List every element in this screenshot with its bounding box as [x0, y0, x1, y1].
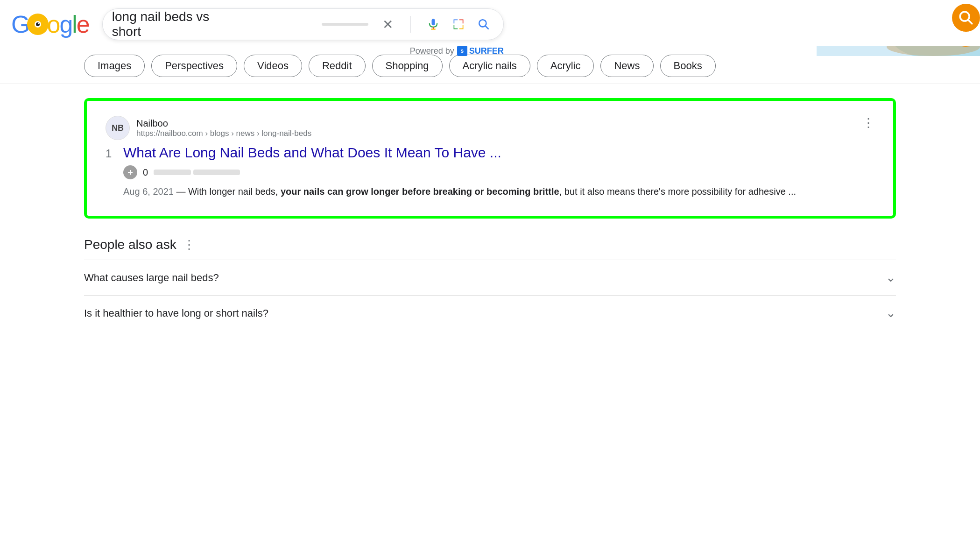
- tab-acrylic-nails[interactable]: Acrylic nails: [449, 55, 530, 77]
- svg-line-24: [485, 26, 488, 29]
- source-name: Nailboo: [136, 118, 311, 129]
- result-rating-icon: [123, 165, 137, 179]
- voice-search-button[interactable]: [423, 14, 444, 35]
- lens-icon: [452, 18, 465, 31]
- paa-chevron-2: ⌄: [886, 306, 896, 320]
- visual-search-button[interactable]: [448, 14, 469, 35]
- paa-header: People also ask ⋮: [84, 237, 896, 252]
- surfer-logo: s SURFER: [457, 46, 504, 56]
- search-query-text: long nail beds vs short: [112, 9, 212, 39]
- paa-more-options[interactable]: ⋮: [183, 238, 195, 252]
- search-box[interactable]: long nail beds vs short ✕: [102, 8, 504, 40]
- search-box-container: long nail beds vs short ✕: [102, 8, 504, 40]
- tab-images[interactable]: Images: [84, 55, 145, 77]
- paa-question-text-1: What causes large nail beds?: [84, 272, 219, 284]
- snippet-bold: your nails can grow longer before breaki…: [281, 186, 559, 197]
- search-submit-icon: [478, 18, 490, 30]
- snippet-rest: , but it also means there's more possibi…: [559, 186, 796, 197]
- tab-videos[interactable]: Videos: [244, 55, 302, 77]
- logo-letter-o: o: [47, 10, 59, 38]
- tab-shopping[interactable]: Shopping: [372, 55, 443, 77]
- paa-chevron-1: ⌄: [886, 270, 896, 285]
- paa-question-2[interactable]: Is it healthier to have long or short na…: [84, 295, 896, 331]
- result-title-link[interactable]: What Are Long Nail Beds and What Does It…: [123, 145, 501, 161]
- snippet-date: Aug 6, 2021: [123, 186, 174, 197]
- result-count: 0: [143, 167, 148, 178]
- paa-title: People also ask: [84, 237, 176, 252]
- result-bar-1: [154, 170, 191, 175]
- paa-question-text-2: Is it healthier to have long or short na…: [84, 307, 268, 319]
- svg-rect-20: [431, 19, 435, 25]
- tab-reddit[interactable]: Reddit: [309, 55, 366, 77]
- svg-point-19: [38, 23, 40, 24]
- more-options-button[interactable]: ⋮: [862, 116, 874, 130]
- tab-news[interactable]: News: [600, 55, 653, 77]
- main-content: NB Nailboo https://nailboo.com › blogs ›…: [0, 84, 980, 345]
- logo-eye-icon: [27, 14, 49, 35]
- logo-letter-l: l: [72, 10, 77, 38]
- google-logo: G o g l e: [11, 10, 89, 38]
- orange-search-button[interactable]: [952, 4, 980, 32]
- surfer-icon: s: [457, 46, 467, 56]
- result-number: 1: [106, 147, 119, 160]
- people-also-ask-section: People also ask ⋮ What causes large nail…: [84, 237, 896, 331]
- logo-letter-e: e: [77, 10, 89, 38]
- tab-books[interactable]: Books: [660, 55, 716, 77]
- result-highlight-box: NB Nailboo https://nailboo.com › blogs ›…: [84, 98, 896, 219]
- result-bar-2: [193, 170, 240, 175]
- top-bar: G o g l e long nail beds vs short: [0, 0, 980, 46]
- result-meta-row: 0: [106, 165, 874, 179]
- search-icon-white: [958, 10, 974, 26]
- result-snippet: Aug 6, 2021 — With longer nail beds, you…: [106, 184, 874, 199]
- tab-acrylic[interactable]: Acrylic: [537, 55, 594, 77]
- logo-letter-g2: g: [59, 10, 72, 38]
- source-avatar: NB: [106, 116, 130, 140]
- clear-search-button[interactable]: ✕: [378, 14, 398, 35]
- mic-icon: [427, 18, 440, 31]
- tab-perspectives[interactable]: Perspectives: [151, 55, 237, 77]
- logo-letter-g1: G: [11, 10, 29, 38]
- source-url: https://nailboo.com › blogs › news › lon…: [136, 129, 311, 138]
- result-title-row: 1 What Are Long Nail Beds and What Does …: [106, 145, 874, 161]
- result-bar-chart: [154, 170, 240, 175]
- result-source-row: NB Nailboo https://nailboo.com › blogs ›…: [106, 116, 874, 140]
- paa-question-1[interactable]: What causes large nail beds? ⌄: [84, 260, 896, 295]
- submit-search-button[interactable]: [473, 14, 494, 35]
- svg-line-26: [968, 20, 972, 24]
- powered-by-label: Powered by s SURFER: [410, 46, 504, 56]
- source-info: Nailboo https://nailboo.com › blogs › ne…: [136, 118, 311, 138]
- snippet-intro: — With longer nail beds,: [174, 186, 281, 197]
